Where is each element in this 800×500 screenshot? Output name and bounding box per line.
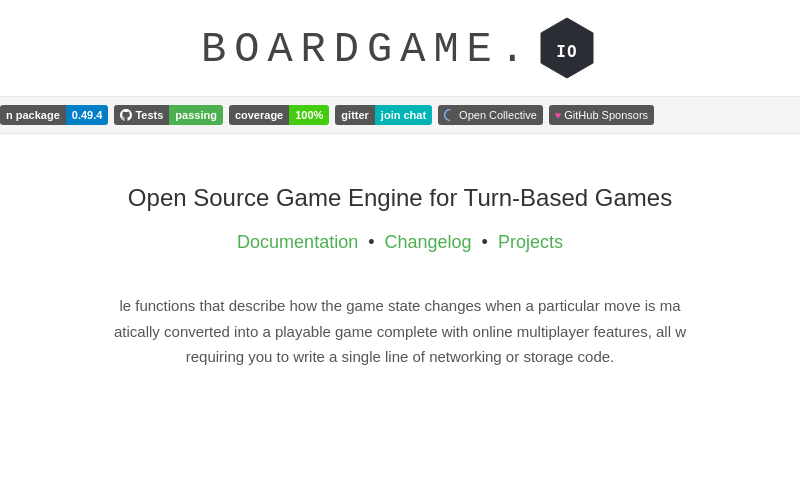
description-line3: requiring you to write a single line of … xyxy=(50,344,750,370)
github-icon xyxy=(120,109,132,121)
header: BOARDGAME. IO n package 0.49.4 Tests pas… xyxy=(0,0,800,144)
nav-link-changelog[interactable]: Changelog xyxy=(384,232,471,253)
heart-icon: ♥ xyxy=(555,109,562,121)
badge-npm-right: 0.49.4 xyxy=(66,105,109,125)
badges-inner: n package 0.49.4 Tests passing coverage … xyxy=(0,105,654,125)
badge-sponsors-left: ♥ GitHub Sponsors xyxy=(549,105,654,125)
logo-text: BOARDGAME. xyxy=(201,26,533,74)
logo-hexagon: IO xyxy=(535,16,599,80)
nav-link-projects[interactable]: Projects xyxy=(498,232,563,253)
badge-coverage[interactable]: coverage 100% xyxy=(229,105,329,125)
nav-link-documentation[interactable]: Documentation xyxy=(237,232,358,253)
badge-gitter-left: gitter xyxy=(335,105,375,125)
badge-tests-left: Tests xyxy=(114,105,169,125)
description-line1: le functions that describe how the game … xyxy=(50,293,750,319)
nav-separator-2: • xyxy=(482,232,488,253)
main-content: Open Source Game Engine for Turn-Based G… xyxy=(0,144,800,390)
badge-opencollective[interactable]: Open Collective xyxy=(438,105,543,125)
badges-bar: n package 0.49.4 Tests passing coverage … xyxy=(0,96,800,134)
badge-opencollective-left: Open Collective xyxy=(438,105,543,125)
badge-gitter-right: join chat xyxy=(375,105,432,125)
tagline: Open Source Game Engine for Turn-Based G… xyxy=(20,184,780,212)
nav-separator-1: • xyxy=(368,232,374,253)
svg-point-2 xyxy=(445,110,456,121)
badge-npm-left: n package xyxy=(0,105,66,125)
description: le functions that describe how the game … xyxy=(50,293,750,370)
svg-text:IO: IO xyxy=(556,42,577,61)
badge-github-sponsors[interactable]: ♥ GitHub Sponsors xyxy=(549,105,654,125)
badge-tests[interactable]: Tests passing xyxy=(114,105,223,125)
badge-tests-right: passing xyxy=(169,105,223,125)
badge-coverage-left: coverage xyxy=(229,105,289,125)
opencollective-icon xyxy=(444,109,456,121)
logo-area: BOARDGAME. IO xyxy=(201,18,599,82)
nav-links: Documentation • Changelog • Projects xyxy=(20,232,780,253)
badge-coverage-right: 100% xyxy=(289,105,329,125)
description-line2: atically converted into a playable game … xyxy=(50,319,750,345)
badge-npm[interactable]: n package 0.49.4 xyxy=(0,105,108,125)
badge-gitter[interactable]: gitter join chat xyxy=(335,105,432,125)
